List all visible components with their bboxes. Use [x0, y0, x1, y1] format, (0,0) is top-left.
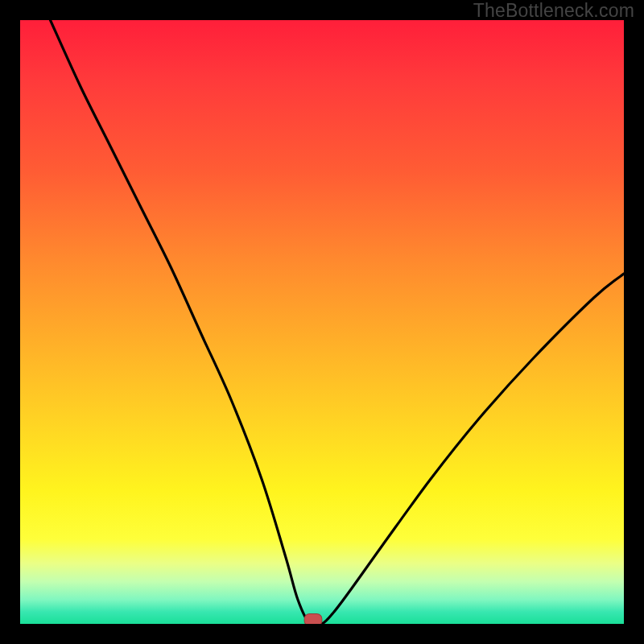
chart-frame: TheBottleneck.com	[0, 0, 644, 644]
bottleneck-curve	[20, 20, 624, 624]
optimal-point-marker	[303, 613, 322, 624]
watermark-text: TheBottleneck.com	[473, 0, 634, 22]
plot-area	[20, 20, 624, 624]
